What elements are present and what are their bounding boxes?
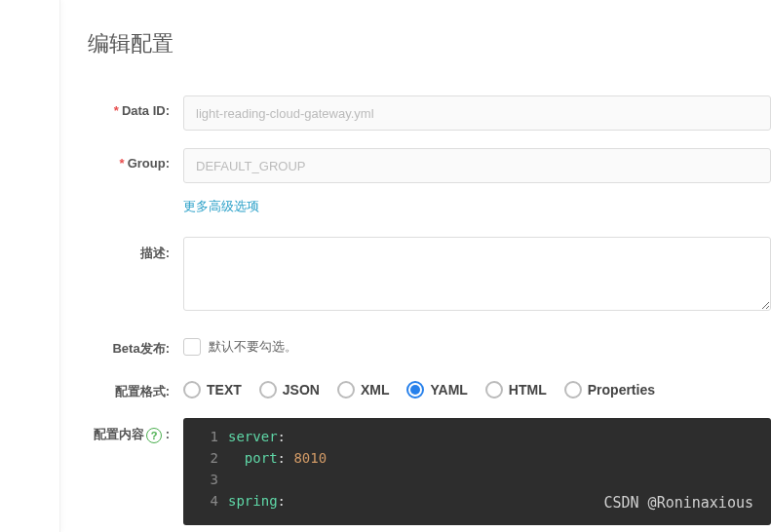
radio-label: YAML	[430, 382, 467, 398]
radio-label: TEXT	[207, 382, 242, 398]
code-body[interactable]: server: port: 8010 spring:	[228, 418, 771, 525]
label-beta: Beta发布:	[88, 332, 183, 358]
label-content: 配置内容? :	[88, 418, 183, 443]
help-icon[interactable]: ?	[146, 428, 162, 443]
input-data-id[interactable]	[183, 95, 771, 131]
code-editor[interactable]: 1234 server: port: 8010 spring: CSDN @Ro…	[183, 418, 771, 525]
radio-yaml[interactable]: YAML	[406, 381, 467, 399]
beta-hint: 默认不要勾选。	[209, 338, 297, 356]
label-format: 配置格式:	[88, 375, 183, 400]
label-group: *Group:	[88, 148, 183, 171]
radio-label: XML	[361, 382, 390, 398]
radio-circle-icon	[406, 381, 424, 399]
radio-properties[interactable]: Properties	[564, 381, 655, 399]
radio-html[interactable]: HTML	[485, 381, 547, 399]
row-description: 描述:	[88, 237, 771, 315]
row-group: *Group:	[88, 148, 771, 183]
row-format: 配置格式: TEXTJSONXMLYAMLHTMLProperties	[88, 375, 771, 400]
radio-text[interactable]: TEXT	[183, 381, 242, 399]
page-title: 编辑配置	[88, 29, 771, 58]
input-description[interactable]	[183, 237, 771, 311]
row-beta: Beta发布: 默认不要勾选。	[88, 332, 771, 358]
radio-json[interactable]: JSON	[259, 381, 320, 399]
row-data-id: *Data ID:	[88, 95, 771, 131]
row-content: 配置内容? : 1234 server: port: 8010 spring: …	[88, 418, 771, 525]
radio-circle-icon	[485, 381, 503, 399]
row-more: 更多高级选项	[88, 197, 771, 215]
main-content: 编辑配置 *Data ID: *Group: 更多高级选项 描述: Beta发布…	[60, 0, 771, 525]
line-numbers: 1234	[183, 418, 228, 525]
sidebar-panel	[0, 0, 60, 532]
checkbox-beta[interactable]	[183, 338, 201, 356]
radio-circle-icon	[183, 381, 201, 399]
radio-group-format: TEXTJSONXMLYAMLHTMLProperties	[183, 375, 771, 399]
label-data-id: *Data ID:	[88, 95, 183, 118]
radio-label: JSON	[283, 382, 320, 398]
radio-label: Properties	[588, 382, 655, 398]
radio-xml[interactable]: XML	[337, 381, 390, 399]
more-options-link[interactable]: 更多高级选项	[183, 199, 259, 213]
label-description: 描述:	[88, 237, 183, 262]
input-group[interactable]	[183, 148, 771, 183]
radio-circle-icon	[564, 381, 582, 399]
radio-circle-icon	[337, 381, 355, 399]
radio-label: HTML	[509, 382, 547, 398]
radio-circle-icon	[259, 381, 277, 399]
